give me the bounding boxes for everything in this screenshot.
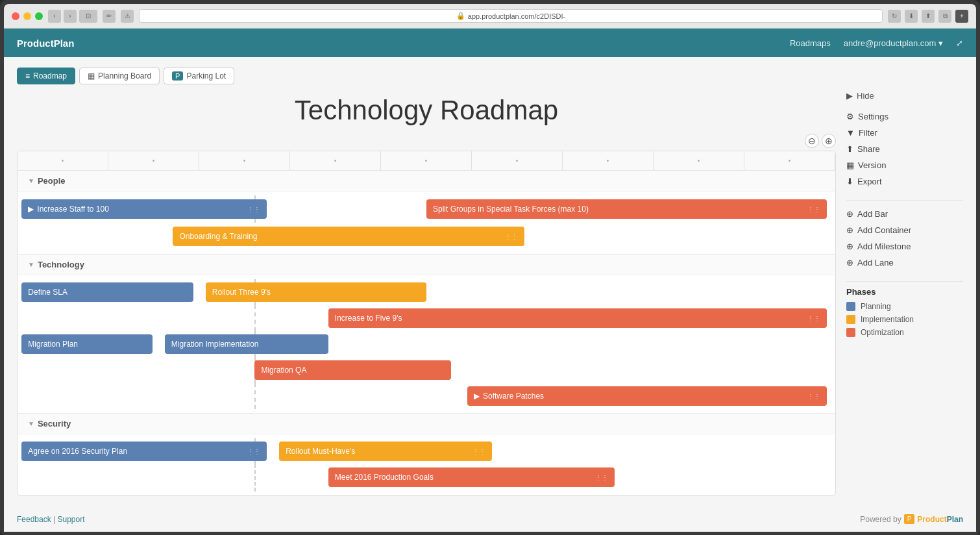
tick-4: • (290, 151, 381, 170)
tick-3: • (199, 151, 290, 170)
plus-icon-milestone: ⊕ (846, 242, 853, 251)
bar-onboarding[interactable]: Onboarding & Training ⋮⋮ (173, 227, 524, 246)
lane-security: ▼ Security Agree on 2016 Security Plan ⋮… (18, 414, 835, 495)
roadmap-tab-icon: ≡ (25, 71, 30, 81)
version-button[interactable]: ▦ Version (846, 157, 963, 173)
forward-button[interactable]: › (64, 10, 77, 23)
lane-people: ▼ People ▶ Increase Staff to 100 ⋮⋮ (18, 171, 835, 255)
add-container-button[interactable]: ⊕ Add Container (846, 222, 963, 238)
security-row-1: Agree on 2016 Security Plan ⋮⋮ Rollout M… (18, 438, 835, 464)
tab-planning-board[interactable]: ▦ Planning Board (79, 68, 160, 84)
settings-button[interactable]: ⚙ Settings (846, 108, 963, 125)
share-icon: ⬆ (846, 144, 853, 154)
footer: Feedback | Support Powered by P ProductP… (4, 506, 976, 532)
tick-7: • (563, 151, 654, 170)
parking-lot-icon: P (172, 71, 183, 81)
share-button[interactable]: ⬆ Share (846, 141, 963, 157)
filter-button[interactable]: ▼ Filter (846, 125, 963, 141)
roadmap-board: • • • • • • • • • ▼ People (17, 151, 836, 496)
technology-content: Define SLA Rollout Three 9's Incre (18, 275, 835, 413)
add-bar-button[interactable]: ⊕ Add Bar (846, 206, 963, 222)
bar-migration-impl[interactable]: Migration Implementation (165, 334, 328, 354)
bar-meet-production-goals[interactable]: Meet 2016 Production Goals ⋮⋮ (328, 467, 615, 487)
filter-icon: ▼ (846, 128, 855, 138)
version-icon: ▦ (846, 160, 854, 170)
close-button[interactable] (12, 12, 19, 20)
minimize-button[interactable] (23, 12, 31, 20)
bar-increase-staff[interactable]: ▶ Increase Staff to 100 ⋮⋮ (21, 199, 267, 219)
roadmaps-nav[interactable]: Roadmaps (790, 38, 831, 48)
share-browser-button[interactable]: ⬆ (922, 10, 935, 23)
tick-8: • (654, 151, 744, 170)
security-chevron[interactable]: ▼ (28, 420, 34, 427)
browser-chrome: ‹ › ⊡ ✏ ⚠ 🔒 app.productplan.com/c2DISDI-… (4, 4, 976, 29)
planning-board-icon: ▦ (88, 71, 95, 81)
expand-icon: ⋮⋮ (595, 474, 608, 481)
expand-icon: ⋮⋮ (505, 233, 518, 240)
export-button[interactable]: ⬇ Export (846, 173, 963, 190)
hide-button[interactable]: ▶ Hide (846, 91, 963, 101)
header-right: Roadmaps andre@productplan.com ▾ ⤢ (790, 38, 963, 48)
phase-planning: Planning (846, 302, 963, 311)
tick-6: • (472, 151, 563, 170)
download-button[interactable]: ⬇ (905, 10, 918, 23)
people-chevron[interactable]: ▼ (28, 177, 34, 184)
roadmap-area: ≡ Roadmap ▦ Planning Board P Parking Lot… (17, 68, 836, 496)
user-menu[interactable]: andre@productplan.com ▾ (844, 38, 943, 48)
bar-migration-qa[interactable]: Migration QA (254, 360, 450, 380)
view-button[interactable]: ⊡ (79, 10, 97, 23)
back-button[interactable]: ‹ (48, 10, 61, 23)
phase-implementation: Implementation (846, 315, 963, 324)
duplicate-button[interactable]: ⧉ (938, 10, 951, 23)
expand-icon: ⋮⋮ (247, 206, 260, 213)
bar-software-patches[interactable]: ▶ Software Patches ⋮⋮ (467, 386, 827, 406)
feedback-link[interactable]: Feedback (17, 515, 51, 524)
fullscreen-icon[interactable]: ⤢ (956, 38, 963, 48)
add-lane-button[interactable]: ⊕ Add Lane (846, 255, 963, 271)
bar-split-groups[interactable]: Split Groups in Special Task Forces (max… (426, 199, 827, 219)
new-tab-button[interactable]: + (955, 10, 968, 23)
expand-icon: ⋮⋮ (807, 393, 820, 400)
browser-window: ‹ › ⊡ ✏ ⚠ 🔒 app.productplan.com/c2DISDI-… (0, 0, 980, 535)
zoom-controls: ⊖ ⊕ (17, 134, 836, 148)
main-content: ≡ Roadmap ▦ Planning Board P Parking Lot… (4, 57, 976, 506)
brand-name: ProductPlan (917, 515, 963, 524)
phase-optimization-color (846, 328, 855, 337)
technology-label: Technology (38, 260, 84, 269)
settings-icon: ⚙ (846, 112, 854, 121)
security-label: Security (38, 419, 71, 429)
bar-migration-plan[interactable]: Migration Plan (21, 334, 153, 354)
url-text: app.productplan.com/c2DISDI- (468, 12, 565, 20)
maximize-button[interactable] (35, 12, 43, 20)
tab-parking-lot[interactable]: P Parking Lot (164, 68, 234, 84)
tab-roadmap[interactable]: ≡ Roadmap (17, 68, 75, 84)
chevron-icon: ▶ (474, 392, 480, 401)
bar-rollout-three-nines[interactable]: Rollout Three 9's (206, 282, 426, 302)
edit-button[interactable]: ✏ (103, 10, 116, 23)
bar-define-sla[interactable]: Define SLA (21, 282, 193, 302)
tech-row-3: Migration Plan Migration Implementation (18, 331, 835, 357)
technology-chevron[interactable]: ▼ (28, 261, 34, 268)
url-bar[interactable]: 🔒 app.productplan.com/c2DISDI- (139, 9, 883, 23)
plus-icon-lane: ⊕ (846, 258, 853, 268)
people-label: People (38, 176, 66, 186)
tick-9: • (744, 151, 835, 170)
add-milestone-button[interactable]: ⊕ Add Milestone (846, 238, 963, 255)
phase-optimization: Optimization (846, 328, 963, 337)
phase-planning-color (846, 302, 855, 311)
tech-row-1: Define SLA Rollout Three 9's (18, 279, 835, 305)
zoom-out-button[interactable]: ⊖ (805, 134, 819, 148)
brand-logo-icon: P (904, 514, 915, 524)
zoom-in-button[interactable]: ⊕ (822, 134, 836, 148)
bar-increase-five-nines[interactable]: Increase to Five 9's ⋮⋮ (328, 308, 827, 328)
warning-button[interactable]: ⚠ (121, 10, 134, 23)
traffic-lights (12, 12, 43, 20)
app-window: ProductPlan Roadmaps andre@productplan.c… (4, 29, 976, 532)
bar-security-plan[interactable]: Agree on 2016 Security Plan ⋮⋮ (21, 442, 267, 461)
bar-rollout-must-haves[interactable]: Rollout Must-Have's ⋮⋮ (279, 442, 492, 461)
support-link[interactable]: Support (58, 515, 85, 524)
reload-button[interactable]: ↻ (888, 10, 901, 23)
sidebar-divider-2 (846, 281, 963, 282)
security-row-2: Meet 2016 Production Goals ⋮⋮ (18, 464, 835, 491)
lock-icon: 🔒 (456, 12, 465, 20)
